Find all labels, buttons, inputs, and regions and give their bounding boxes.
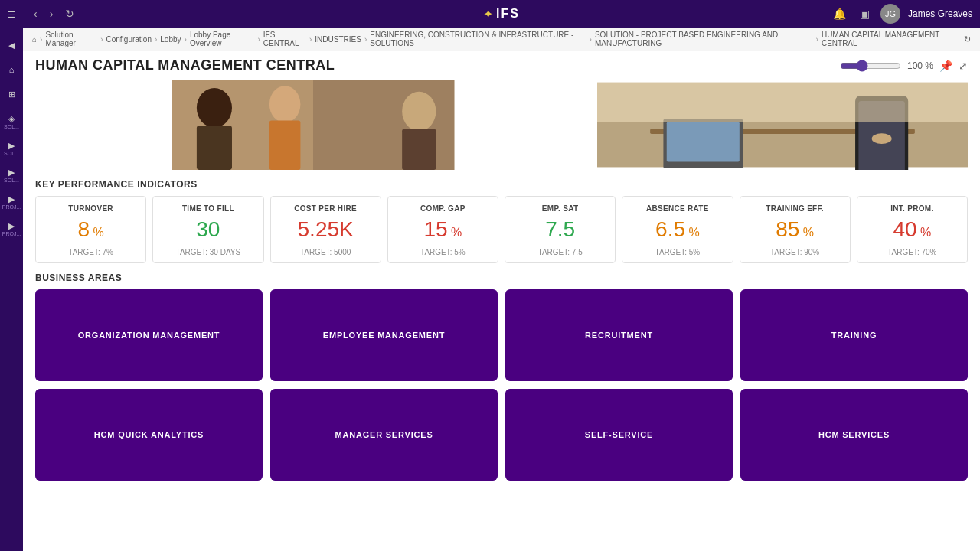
kpi-target-5: TARGET: 5% (655, 248, 701, 256)
business-card-label-4: HCM QUICK ANALYTICS (85, 430, 213, 439)
page-tools: 100 % 📌 ⤢ (840, 60, 968, 72)
breadcrumb-item-8[interactable]: SOLUTION - PROJECT BASED ENGINEERING AND… (595, 31, 813, 47)
breadcrumb-item-7[interactable]: ENGINEERING, CONSTRUCTION & INFRASTRUCTU… (370, 31, 586, 47)
bell-icon[interactable]: 🔔 (830, 6, 849, 21)
pin-tool-icon[interactable]: 📌 (939, 60, 952, 72)
kpi-card-2[interactable]: COST PER HIRE5.25KTARGET: 5000 (270, 196, 381, 263)
breadcrumb-item-9: HUMAN CAPITAL MANAGEMENT CENTRAL (822, 31, 956, 47)
business-card-2[interactable]: RECRUITMENT (505, 289, 733, 381)
logo-text: IFS (496, 7, 520, 21)
business-card-7[interactable]: HCM SERVICES (740, 389, 968, 481)
hero-image-right (597, 80, 968, 170)
svg-rect-3 (197, 126, 232, 170)
kpi-card-7[interactable]: INT. PROM.40 %TARGET: 70% (857, 196, 968, 263)
svg-rect-10 (402, 129, 436, 170)
breadcrumb-item-1[interactable]: Solution Manager (45, 31, 97, 47)
kpi-section: KEY PERFORMANCE INDICATORS TURNOVER8 %TA… (23, 176, 980, 269)
sidebar-label-3: SOL... (4, 178, 19, 183)
svg-rect-18 (667, 122, 740, 162)
monitor-icon[interactable]: ▣ (857, 6, 873, 21)
kpi-value-0: 8 % (78, 219, 104, 240)
kpi-target-0: TARGET: 7% (68, 248, 113, 256)
kpi-target-7: TARGET: 70% (887, 248, 936, 256)
kpi-label-5: ABSENCE RATE (646, 204, 709, 213)
svg-rect-19 (597, 83, 968, 122)
business-card-1[interactable]: EMPLOYEE MANAGEMENT (270, 289, 498, 381)
svg-point-4 (270, 86, 301, 122)
kpi-target-1: TARGET: 30 DAYS (176, 248, 241, 256)
kpi-section-title: KEY PERFORMANCE INDICATORS (35, 179, 968, 190)
content-area: ⌂ › Solution Manager › Configuration › L… (23, 28, 980, 551)
sidebar-home-icon[interactable]: ⌂ (3, 61, 20, 78)
topbar-right: 🔔 ▣ JG James Greaves (830, 4, 972, 24)
kpi-card-4[interactable]: EMP. SAT7.5TARGET: 7.5 (505, 196, 616, 263)
kpi-card-3[interactable]: COMP. GAP15 %TARGET: 5% (387, 196, 498, 263)
expand-tool-icon[interactable]: ⤢ (959, 60, 968, 72)
main-area: ‹ › ↻ ✦ IFS 🔔 ▣ JG James Greaves ⌂ › Sol… (23, 0, 980, 551)
business-card-label-7: HCM SERVICES (809, 430, 899, 439)
kpi-card-6[interactable]: TRAINING EFF.85 %TARGET: 90% (740, 196, 851, 263)
sidebar-label-1: SOL... (4, 124, 19, 129)
kpi-value-2: 5.25K (298, 219, 354, 240)
back-button[interactable]: ‹ (31, 6, 41, 21)
kpi-label-1: TIME TO FILL (182, 204, 234, 213)
business-grid: ORGANIZATION MANAGEMENTEMPLOYEE MANAGEME… (35, 289, 968, 481)
breadcrumb-refresh-icon[interactable]: ↻ (964, 34, 971, 44)
business-card-label-5: MANAGER SERVICES (325, 430, 442, 439)
sidebar-label-2: SOL... (4, 151, 19, 156)
forward-button[interactable]: › (47, 6, 57, 21)
kpi-label-6: TRAINING EFF. (766, 204, 824, 213)
sidebar-toggle-icon[interactable]: ☰ (3, 6, 20, 23)
refresh-button[interactable]: ↻ (62, 6, 77, 21)
sidebar-apps-icon[interactable]: ⊞ (3, 86, 20, 103)
hero-section (23, 77, 980, 176)
kpi-label-4: EMP. SAT (542, 204, 579, 213)
kpi-value-1: 30 (196, 219, 220, 240)
sidebar-back-icon[interactable]: ◀ (3, 37, 20, 54)
svg-point-9 (402, 92, 436, 132)
kpi-label-0: TURNOVER (68, 204, 113, 213)
business-card-5[interactable]: MANAGER SERVICES (270, 389, 498, 481)
page-title: HUMAN CAPITAL MANAGEMENT CENTRAL (35, 57, 335, 73)
business-card-0[interactable]: ORGANIZATION MANAGEMENT (35, 289, 263, 381)
sidebar-label-5: PROJ... (2, 231, 21, 236)
business-card-6[interactable]: SELF-SERVICE (505, 389, 733, 481)
kpi-card-1[interactable]: TIME TO FILL30TARGET: 30 DAYS (152, 196, 263, 263)
business-card-label-1: EMPLOYEE MANAGEMENT (314, 331, 454, 340)
kpi-value-5: 6.5 % (655, 219, 700, 240)
page-header: HUMAN CAPITAL MANAGEMENT CENTRAL 100 % 📌… (23, 51, 980, 77)
business-card-label-6: SELF-SERVICE (576, 430, 662, 439)
logo-icon: ✦ (483, 7, 493, 21)
kpi-target-4: TARGET: 7.5 (538, 248, 583, 256)
kpi-card-5[interactable]: ABSENCE RATE6.5 %TARGET: 5% (622, 196, 733, 263)
sidebar: ☰ ◀ ⌂ ⊞ ◈ SOL... ▶ SOL... ▶ SOL... ▶ PRO… (0, 0, 23, 551)
kpi-target-3: TARGET: 5% (420, 248, 466, 256)
breadcrumb-item-3[interactable]: Lobby (160, 35, 181, 44)
breadcrumb-item-5[interactable]: IFS CENTRAL (263, 31, 306, 47)
breadcrumb-item-6[interactable]: INDUSTRIES (315, 35, 361, 44)
topbar: ‹ › ↻ ✦ IFS 🔔 ▣ JG James Greaves (23, 0, 980, 28)
svg-point-2 (197, 88, 232, 128)
breadcrumb-home-icon[interactable]: ⌂ (32, 35, 37, 44)
business-section-title: BUSINESS AREAS (35, 272, 968, 283)
breadcrumb-item-4[interactable]: Lobby Page Overview (190, 31, 255, 47)
business-card-label-2: RECRUITMENT (576, 331, 662, 340)
kpi-label-2: COST PER HIRE (294, 204, 357, 213)
business-section: BUSINESS AREAS ORGANIZATION MANAGEMENTEM… (23, 269, 980, 551)
business-card-4[interactable]: HCM QUICK ANALYTICS (35, 389, 263, 481)
kpi-target-2: TARGET: 5000 (300, 248, 351, 256)
kpi-label-3: COMP. GAP (420, 204, 466, 213)
kpi-card-0[interactable]: TURNOVER8 %TARGET: 7% (35, 196, 146, 263)
svg-rect-5 (270, 120, 301, 170)
ifs-logo: ✦ IFS (483, 7, 520, 21)
svg-point-16 (872, 133, 892, 144)
business-card-label-0: ORGANIZATION MANAGEMENT (69, 331, 230, 340)
breadcrumb: ⌂ › Solution Manager › Configuration › L… (23, 28, 980, 51)
zoom-slider[interactable] (840, 60, 901, 72)
avatar[interactable]: JG (880, 4, 900, 24)
breadcrumb-item-2[interactable]: Configuration (106, 35, 151, 44)
business-card-3[interactable]: TRAINING (740, 289, 968, 381)
kpi-value-3: 15 % (423, 219, 462, 240)
kpi-grid: TURNOVER8 %TARGET: 7%TIME TO FILL30TARGE… (35, 196, 968, 263)
business-card-label-3: TRAINING (822, 331, 887, 340)
